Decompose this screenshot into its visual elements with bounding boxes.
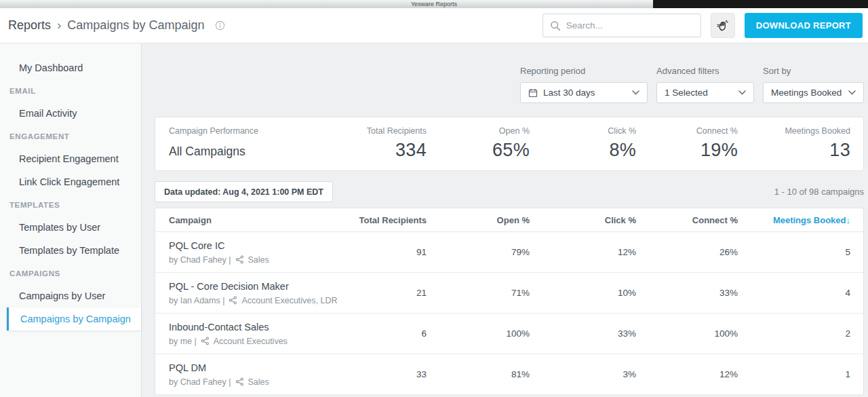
column-header-meetings-booked[interactable]: Meetings Booked↓: [738, 215, 863, 225]
cell-total-recipients: 21: [345, 288, 427, 298]
summary-meetings-booked: Meetings Booked 13: [738, 126, 863, 161]
campaign-owner: by Chad Fahey |: [169, 255, 231, 265]
reporting-period-value: Last 30 days: [543, 88, 595, 98]
browser-tab-strip: Yesware Reports: [0, 0, 868, 8]
cell-click-pct: 10%: [530, 288, 636, 298]
share-icon: [201, 337, 210, 345]
chevron-down-icon: [632, 90, 639, 95]
summary-all-campaigns: Campaign Performance All Campaigns: [155, 126, 345, 161]
campaign-team: Sales: [248, 255, 269, 265]
download-report-button[interactable]: DOWNLOAD REPORT: [745, 13, 863, 38]
cell-connect-pct: 100%: [636, 328, 738, 339]
campaign-team: Account Executives: [214, 337, 288, 346]
table-header-row: Campaign Total Recipients Open % Click %…: [155, 208, 863, 232]
sidebar-nav: My Dashboard EMAIL Email Activity ENGAGE…: [0, 43, 142, 397]
cell-open-pct: 79%: [427, 247, 530, 257]
cell-total-recipients: 33: [345, 369, 427, 379]
column-header-open-pct[interactable]: Open %: [427, 215, 530, 225]
summary-card-title: All Campaigns: [169, 145, 345, 159]
campaign-cell: PQL DM by Chad Fahey | Sales: [155, 362, 345, 387]
sidebar-section-engagement: ENGAGEMENT: [0, 125, 141, 147]
campaign-cell: PQL - Core Decision Maker by Ian Adams |…: [155, 281, 345, 305]
breadcrumb-separator: ›: [57, 18, 61, 33]
page-title: Campaigns by Campaign: [67, 18, 204, 33]
sidebar-item-campaigns-by-user[interactable]: Campaigns by User: [0, 284, 141, 307]
main-content: Reporting period Last 30 days Advanced f…: [142, 43, 868, 397]
cell-meetings-booked: 1: [738, 369, 863, 379]
table-meta-row: Data updated: Aug 4, 2021 1:00 PM EDT 1 …: [155, 181, 864, 202]
summary-total-recipients: Total Recipients 334: [345, 126, 427, 161]
cell-click-pct: 12%: [530, 247, 636, 257]
advanced-filters-label: Advanced filters: [656, 66, 754, 76]
sidebar-item-email-activity[interactable]: Email Activity: [0, 102, 141, 125]
chevron-down-icon: [848, 90, 856, 95]
app-header: Reports › Campaigns by Campaign: [0, 8, 868, 43]
column-header-connect-pct[interactable]: Connect %: [636, 215, 738, 225]
sidebar-item-campaigns-by-campaign[interactable]: Campaigns by Campaign: [7, 307, 141, 330]
campaign-owner: by me |: [169, 337, 197, 346]
cell-total-recipients: 6: [345, 328, 427, 339]
cell-connect-pct: 12%: [636, 369, 738, 379]
column-header-click-pct[interactable]: Click %: [530, 215, 636, 225]
header-actions: DOWNLOAD REPORT: [542, 13, 863, 38]
sidebar-section-email: EMAIL: [0, 79, 141, 102]
filter-sort-by: Sort by Meetings Booked: [763, 66, 864, 103]
sidebar-item-my-dashboard[interactable]: My Dashboard: [0, 56, 141, 79]
cell-meetings-booked: 2: [738, 328, 863, 339]
chevron-down-icon: [738, 90, 746, 95]
advanced-filters-value: 1 Selected: [665, 88, 708, 98]
reporting-period-dropdown[interactable]: Last 30 days: [520, 82, 648, 103]
cell-meetings-booked: 4: [738, 288, 863, 298]
sort-by-value: Meetings Booked: [771, 88, 842, 98]
sidebar-item-link-click-engagement[interactable]: Link Click Engagement: [0, 170, 141, 193]
table-row[interactable]: PQL DM by Chad Fahey | Sales 33 81% 3% 1…: [155, 354, 863, 395]
campaign-owner: by Ian Adams |: [169, 296, 224, 305]
filters-row: Reporting period Last 30 days Advanced f…: [155, 66, 864, 103]
sidebar-item-templates-by-template[interactable]: Templates by Template: [0, 239, 141, 262]
campaign-team: Account Executives, LDR: [241, 296, 337, 305]
table-row[interactable]: PQL - Core Decision Maker by Ian Adams |…: [155, 273, 863, 314]
search-box: [542, 14, 701, 37]
filter-reporting-period: Reporting period Last 30 days: [520, 66, 648, 103]
breadcrumb-reports-link[interactable]: Reports: [8, 18, 51, 33]
table-row[interactable]: Inbound-Contact Sales by me | Account Ex…: [155, 314, 863, 354]
campaigns-table: Campaign Total Recipients Open % Click %…: [155, 208, 864, 395]
column-header-campaign[interactable]: Campaign: [155, 215, 345, 225]
campaign-name[interactable]: PQL DM: [169, 362, 345, 373]
breadcrumb: Reports › Campaigns by Campaign: [8, 18, 225, 33]
search-icon: [550, 20, 561, 31]
cell-connect-pct: 26%: [636, 247, 738, 257]
search-input[interactable]: [566, 20, 694, 31]
data-updated-badge: Data updated: Aug 4, 2021 1:00 PM EDT: [155, 181, 333, 202]
cell-total-recipients: 91: [345, 247, 427, 257]
campaign-name[interactable]: PQL Core IC: [169, 240, 345, 251]
campaign-team: Sales: [248, 377, 269, 387]
cell-click-pct: 3%: [530, 369, 636, 379]
sidebar-item-recipient-engagement[interactable]: Recipient Engagement: [0, 147, 141, 170]
campaign-performance-card: Campaign Performance All Campaigns Total…: [155, 117, 864, 171]
summary-connect-pct: Connect % 19%: [636, 126, 738, 161]
column-header-total-recipients[interactable]: Total Recipients: [345, 215, 427, 225]
summary-open-pct: Open % 65%: [427, 126, 530, 161]
sidebar-item-templates-by-user[interactable]: Templates by User: [0, 216, 141, 239]
sort-by-dropdown[interactable]: Meetings Booked: [763, 82, 864, 103]
sort-descending-icon: ↓: [846, 215, 851, 225]
advanced-filters-dropdown[interactable]: 1 Selected: [656, 82, 754, 103]
info-icon[interactable]: [215, 20, 225, 31]
summary-card-label: Campaign Performance: [169, 126, 345, 136]
share-icon: [235, 377, 244, 386]
cell-click-pct: 33%: [530, 328, 636, 339]
cell-connect-pct: 33%: [636, 288, 738, 298]
sidebar-section-templates: TEMPLATES: [0, 193, 141, 216]
campaign-name[interactable]: Inbound-Contact Sales: [169, 322, 345, 333]
sidebar-section-campaigns: CAMPAIGNS: [0, 262, 141, 284]
table-row[interactable]: PQL Core IC by Chad Fahey | Sales 91 79%…: [155, 232, 863, 273]
share-icon: [235, 255, 244, 264]
cell-open-pct: 71%: [427, 288, 530, 298]
reporting-period-label: Reporting period: [520, 66, 648, 76]
whats-new-button[interactable]: [711, 13, 735, 38]
campaign-owner: by Chad Fahey |: [169, 377, 231, 387]
filter-advanced: Advanced filters 1 Selected: [656, 66, 754, 103]
campaign-name[interactable]: PQL - Core Decision Maker: [169, 281, 345, 292]
cell-open-pct: 81%: [427, 369, 530, 379]
